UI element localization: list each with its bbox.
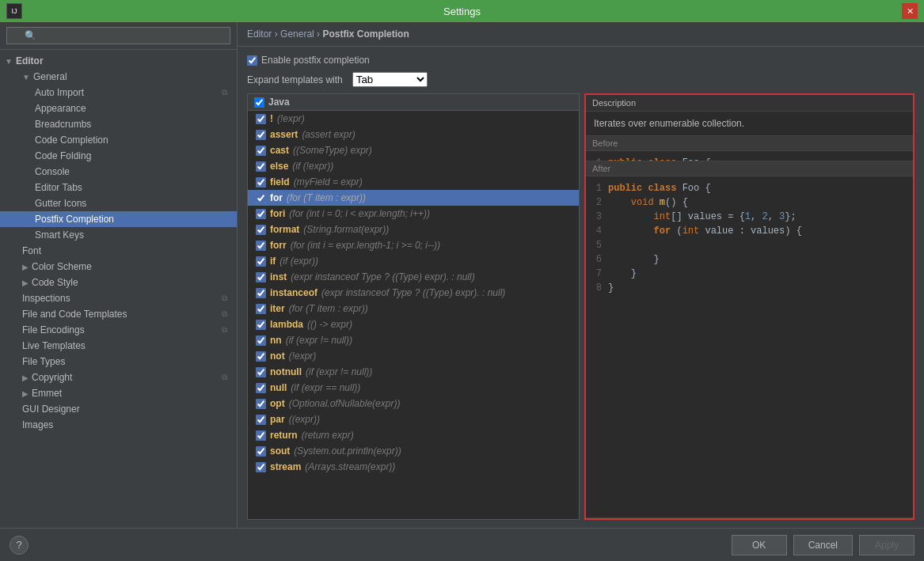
for-checkbox[interactable] xyxy=(256,193,266,203)
code-folding-label: Code Folding xyxy=(35,150,91,161)
sidebar-item-auto-import[interactable]: Auto Import ⧉ xyxy=(0,85,237,100)
sout-checkbox[interactable] xyxy=(256,446,266,457)
sidebar-item-code-completion[interactable]: Code Completion xyxy=(0,132,237,148)
not2-checkbox[interactable] xyxy=(256,351,266,362)
template-item-return[interactable]: return (return expr) xyxy=(248,427,579,443)
sidebar-item-console[interactable]: Console xyxy=(0,164,237,180)
iter-name: iter xyxy=(270,303,285,314)
sidebar-item-gui-designer[interactable]: GUI Designer xyxy=(0,401,237,417)
expand-controls: Expand templates with Tab Enter Tab or E… xyxy=(247,72,914,87)
template-item-nn[interactable]: nn (if (expr != null)) xyxy=(248,332,579,348)
template-list-panel: Java ! (!expr) assert (assert expr) xyxy=(247,93,580,520)
template-item-format[interactable]: format (String.format(expr)) xyxy=(248,222,579,237)
null-checkbox[interactable] xyxy=(256,383,266,393)
java-group-checkbox[interactable] xyxy=(254,97,264,108)
sidebar-item-images[interactable]: Images xyxy=(0,417,237,433)
sidebar-item-breadcrumbs[interactable]: Breadcrumbs xyxy=(0,116,237,132)
format-name: format xyxy=(270,224,299,235)
sidebar-item-gutter-icons[interactable]: Gutter Icons xyxy=(0,195,237,211)
opt-checkbox[interactable] xyxy=(256,399,266,409)
sidebar-item-editor-tabs[interactable]: Editor Tabs xyxy=(0,180,237,195)
not-checkbox[interactable] xyxy=(256,114,266,124)
auto-import-label: Auto Import xyxy=(35,87,84,98)
template-item-fori[interactable]: fori (for (int i = 0; i < expr.length; i… xyxy=(248,206,579,222)
template-item-else[interactable]: else (if (!expr)) xyxy=(248,158,579,174)
template-item-lambda[interactable]: lambda (() -> expr) xyxy=(248,317,579,332)
if-checkbox[interactable] xyxy=(256,256,266,267)
nn-checkbox[interactable] xyxy=(256,335,266,346)
field-checkbox[interactable] xyxy=(256,177,266,188)
sidebar-item-live-templates[interactable]: Live Templates xyxy=(0,338,237,354)
template-item-notnull[interactable]: notnull (if (expr != null)) xyxy=(248,364,579,380)
code-line: 1 public class Foo { xyxy=(592,156,907,161)
sidebar-item-file-encodings[interactable]: File Encodings ⧉ xyxy=(0,322,237,338)
cancel-button[interactable]: Cancel xyxy=(793,535,853,555)
fori-desc: (for (int i = 0; i < expr.length; i++)) xyxy=(289,208,430,219)
template-item-null[interactable]: null (if (expr == null)) xyxy=(248,380,579,396)
sidebar-item-file-code-templates[interactable]: File and Code Templates ⧉ xyxy=(0,306,237,322)
sidebar-item-emmet[interactable]: ▶ Emmet xyxy=(0,385,237,401)
sidebar-general[interactable]: ▼ General xyxy=(0,69,237,85)
search-bar[interactable] xyxy=(0,22,237,50)
sidebar-item-smart-keys[interactable]: Smart Keys xyxy=(0,227,237,243)
format-checkbox[interactable] xyxy=(256,225,266,235)
enable-checkbox[interactable] xyxy=(247,55,257,66)
forr-checkbox[interactable] xyxy=(256,241,266,251)
template-item-for[interactable]: for (for (T item : expr)) xyxy=(248,190,579,206)
breadcrumb-sep1: › xyxy=(275,28,280,40)
return-checkbox[interactable] xyxy=(256,430,266,441)
cast-checkbox[interactable] xyxy=(256,146,266,156)
sidebar-item-postfix-completion[interactable]: Postfix Completion xyxy=(0,211,237,227)
sidebar-editor[interactable]: ▼ Editor xyxy=(0,53,237,69)
field-name: field xyxy=(270,176,290,188)
enable-checkbox-label[interactable]: Enable postfix completion xyxy=(247,55,370,66)
template-item-instanceof[interactable]: instanceof (expr instanceof Type ? ((Typ… xyxy=(248,285,579,301)
apply-button[interactable]: Apply xyxy=(859,535,914,555)
template-item-field[interactable]: field (myField = expr) xyxy=(248,174,579,190)
sidebar-item-font[interactable]: Font xyxy=(0,243,237,259)
template-item-iter[interactable]: iter (for (T item : expr)) xyxy=(248,301,579,317)
split-panel: Java ! (!expr) assert (assert expr) xyxy=(247,93,914,520)
notnull-checkbox[interactable] xyxy=(256,367,266,377)
close-button[interactable]: ✕ xyxy=(902,3,918,19)
template-item-par[interactable]: par ((expr)) xyxy=(248,411,579,427)
template-item-cast[interactable]: cast ((SomeType) expr) xyxy=(248,142,579,158)
template-item-inst[interactable]: inst (expr instanceof Type ? ((Type) exp… xyxy=(248,269,579,285)
template-item-forr[interactable]: forr (for (int i = expr.length-1; i >= 0… xyxy=(248,237,579,253)
instanceof-checkbox[interactable] xyxy=(256,288,266,298)
template-item-not2[interactable]: not (!expr) xyxy=(248,348,579,364)
stream-checkbox[interactable] xyxy=(256,462,266,472)
appearance-label: Appearance xyxy=(35,103,86,114)
template-item-not[interactable]: ! (!expr) xyxy=(248,111,579,127)
sidebar-item-file-types[interactable]: File Types xyxy=(0,354,237,370)
iter-checkbox[interactable] xyxy=(256,304,266,314)
inst-checkbox[interactable] xyxy=(256,272,266,282)
right-panel: Editor › General › Postfix Completion En… xyxy=(238,22,924,528)
sidebar-item-color-scheme[interactable]: ▶ Color Scheme xyxy=(0,259,237,275)
template-item-opt[interactable]: opt (Optional.ofNullable(expr)) xyxy=(248,396,579,411)
breadcrumb-general: General xyxy=(280,28,314,40)
search-input[interactable] xyxy=(6,27,230,44)
template-item-sout[interactable]: sout (System.out.println(expr)) xyxy=(248,443,579,459)
fori-checkbox[interactable] xyxy=(256,209,266,219)
after-label: After xyxy=(586,161,913,176)
template-item-stream[interactable]: stream (Arrays.stream(expr)) xyxy=(248,459,579,475)
sout-desc: (System.out.println(expr)) xyxy=(294,445,401,457)
else-checkbox[interactable] xyxy=(256,161,266,172)
ok-button[interactable]: OK xyxy=(732,535,787,555)
assert-checkbox[interactable] xyxy=(256,130,266,140)
field-desc: (myField = expr) xyxy=(294,176,363,188)
template-item-assert[interactable]: assert (assert expr) xyxy=(248,127,579,142)
sidebar-item-code-folding[interactable]: Code Folding xyxy=(0,148,237,164)
sidebar-item-copyright[interactable]: ▶ Copyright ⧉ xyxy=(0,370,237,385)
sidebar-item-inspections[interactable]: Inspections ⧉ xyxy=(0,290,237,306)
sout-name: sout xyxy=(270,445,290,457)
sidebar-item-code-style[interactable]: ▶ Code Style xyxy=(0,275,237,290)
sidebar-item-appearance[interactable]: Appearance xyxy=(0,100,237,116)
help-button[interactable]: ? xyxy=(10,536,29,555)
expand-select[interactable]: Tab Enter Tab or Enter xyxy=(352,72,428,87)
smart-keys-label: Smart Keys xyxy=(35,229,84,241)
template-item-if[interactable]: if (if (expr)) xyxy=(248,253,579,269)
lambda-checkbox[interactable] xyxy=(256,320,266,330)
par-checkbox[interactable] xyxy=(256,415,266,425)
